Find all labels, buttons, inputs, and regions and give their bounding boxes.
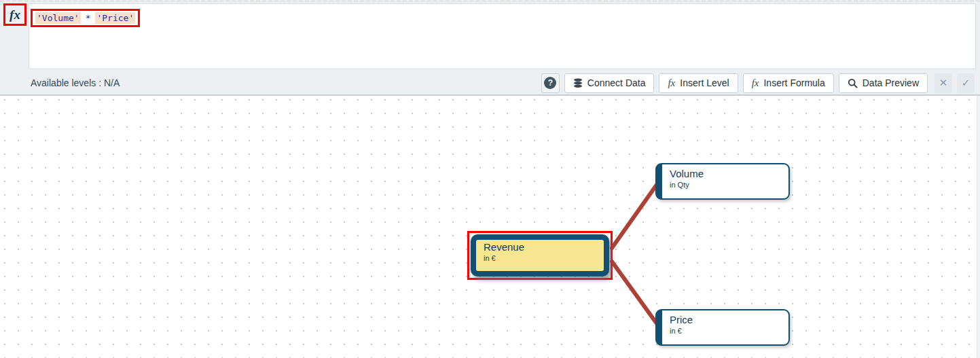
- fx-icon: fx: [668, 77, 675, 89]
- node-subtitle: in €: [484, 254, 604, 262]
- formula-editor-footer: Available levels : N/A ? Connect Data fx…: [0, 69, 980, 96]
- database-icon: [573, 78, 583, 88]
- node-title: Revenue: [484, 241, 604, 253]
- fx-icon: fx: [752, 77, 759, 89]
- diagram-canvas[interactable]: Revenue in € Volume in Qty Price in €: [0, 96, 980, 358]
- edge-revenue-price[interactable]: [612, 262, 658, 325]
- node-title: Price: [670, 314, 788, 325]
- edges-layer: [0, 96, 980, 358]
- annotation-box-fx: fx: [3, 3, 26, 26]
- insert-formula-label: Insert Formula: [763, 77, 824, 88]
- insert-level-label: Insert Level: [680, 77, 729, 88]
- available-levels-label: Available levels : N/A: [31, 77, 120, 88]
- formula-input[interactable]: 'Volume' * 'Price': [29, 3, 976, 69]
- insert-level-button[interactable]: fx Insert Level: [659, 73, 738, 93]
- formula-editor-panel: fx 'Volume' * 'Price' Available levels :…: [0, 0, 980, 96]
- search-icon: [848, 78, 858, 88]
- node-subtitle: in Qty: [670, 181, 788, 189]
- annotation-box-revenue-node: Revenue in €: [467, 231, 613, 280]
- fx-icon: fx: [10, 7, 20, 22]
- formula-token-volume[interactable]: 'Volume': [35, 12, 81, 24]
- node-volume[interactable]: Volume in Qty: [655, 163, 790, 200]
- node-revenue[interactable]: Revenue in €: [471, 234, 609, 276]
- cancel-button[interactable]: ✕: [934, 73, 952, 93]
- confirm-button[interactable]: ✓: [957, 73, 975, 93]
- data-preview-label: Data Preview: [863, 77, 919, 88]
- formula-toolbar: ? Connect Data fx Insert Level fx Insert…: [541, 73, 975, 93]
- help-button[interactable]: ?: [541, 73, 560, 93]
- close-icon: ✕: [939, 77, 948, 89]
- node-title: Volume: [670, 168, 788, 179]
- edge-revenue-volume[interactable]: [612, 183, 658, 248]
- vertical-scrollbar[interactable]: [977, 96, 980, 358]
- help-icon: ?: [544, 77, 556, 89]
- data-preview-button[interactable]: Data Preview: [839, 73, 928, 93]
- annotation-box-formula: 'Volume' * 'Price': [31, 9, 140, 27]
- node-revenue-body: Revenue in €: [476, 240, 604, 271]
- formula-token-price[interactable]: 'Price': [95, 12, 135, 24]
- node-subtitle: in €: [670, 327, 788, 335]
- formula-operator: *: [81, 12, 96, 24]
- node-price[interactable]: Price in €: [655, 309, 790, 346]
- connect-data-button[interactable]: Connect Data: [564, 73, 655, 93]
- check-icon: ✓: [962, 77, 970, 89]
- connect-data-label: Connect Data: [587, 77, 646, 88]
- insert-formula-button[interactable]: fx Insert Formula: [743, 73, 834, 93]
